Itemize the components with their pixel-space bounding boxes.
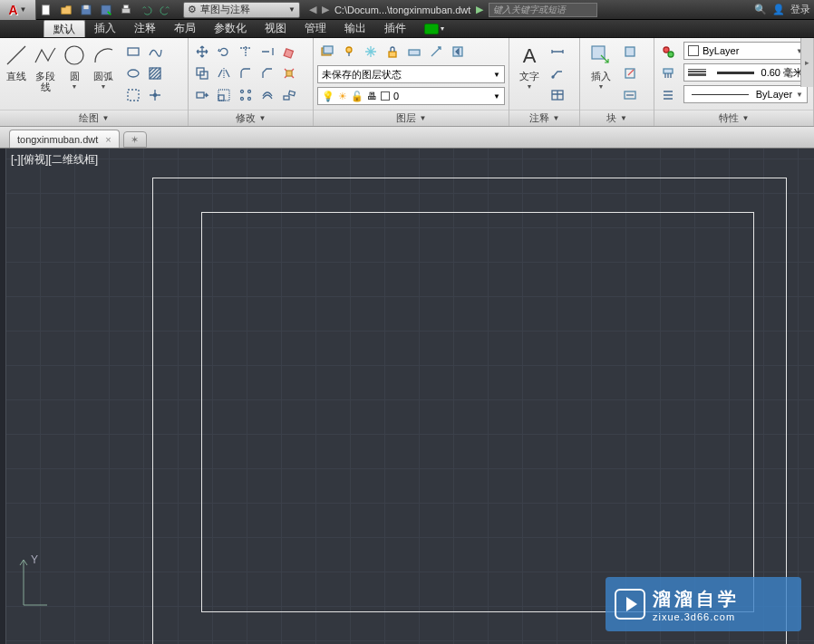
tab-featured[interactable]: ▾	[415, 20, 453, 37]
erase-icon[interactable]	[279, 42, 299, 62]
layer-prev-icon[interactable]	[448, 42, 468, 62]
panel-block-title[interactable]: 块▼	[580, 110, 654, 126]
drawing-area[interactable]: [-][俯视][二维线框] Y 溜溜自学 zixue.3d66.com	[0, 149, 814, 644]
table-icon[interactable]	[548, 85, 567, 105]
edit-attr-icon[interactable]	[620, 85, 640, 105]
match-prop-icon[interactable]	[658, 42, 678, 62]
play-icon	[615, 589, 645, 620]
mirror-icon[interactable]	[214, 63, 234, 83]
qat-save-icon[interactable]	[77, 2, 95, 18]
arc-button[interactable]: 圆弧▼	[89, 40, 118, 91]
color-select[interactable]: ByLayer▼	[683, 42, 808, 60]
svg-point-40	[668, 52, 673, 57]
tab-annotate[interactable]: 注释	[125, 20, 165, 37]
layer-state-select[interactable]: 未保存的图层状态▼	[317, 65, 505, 83]
close-tab-icon[interactable]: ×	[105, 134, 111, 145]
chamfer-icon[interactable]	[257, 63, 277, 83]
document-tab-active[interactable]: tongxinmuban.dwt ×	[9, 130, 120, 148]
svg-rect-11	[128, 90, 139, 101]
circle-button[interactable]: 圆▼	[60, 40, 89, 91]
viewport-controls[interactable]: [-][俯视][二维线框]	[11, 152, 98, 168]
dim-linear-icon[interactable]	[548, 42, 567, 62]
qat-print-icon[interactable]	[117, 2, 135, 18]
rotate-icon[interactable]	[214, 42, 234, 62]
watermark-url: zixue.3d66.com	[653, 611, 740, 622]
user-icon[interactable]: 👤	[772, 4, 785, 15]
layer-prop-icon[interactable]	[317, 42, 337, 62]
search-icon[interactable]: 🔍	[754, 4, 767, 15]
layer-match-icon[interactable]	[426, 42, 446, 62]
workspace-selector[interactable]: ⚙ 草图与注释 ▼	[183, 2, 300, 18]
list-icon[interactable]	[658, 85, 678, 105]
layer-freeze-icon[interactable]	[361, 42, 381, 62]
panel-block: 插入▼ 块▼	[580, 38, 654, 126]
svg-rect-25	[289, 91, 296, 95]
copy-icon[interactable]	[192, 63, 212, 83]
svg-point-20	[241, 91, 244, 93]
svg-point-28	[346, 47, 352, 53]
qat-open-icon[interactable]	[57, 2, 75, 18]
linetype-select[interactable]: ByLayer▼	[683, 85, 808, 103]
tab-insert[interactable]: 插入	[85, 20, 125, 37]
explode-icon[interactable]	[279, 63, 299, 83]
tab-default[interactable]: 默认	[44, 20, 85, 37]
svg-rect-13	[284, 49, 293, 58]
panel-annotation-title[interactable]: 注释▼	[509, 110, 579, 126]
ellipse-icon[interactable]	[123, 63, 143, 83]
nav-back-icon[interactable]: ◀	[309, 4, 316, 15]
text-button[interactable]: A 文字▼	[511, 40, 548, 91]
panel-layer-title[interactable]: 图层▼	[314, 110, 509, 126]
layer-iso-icon[interactable]	[404, 42, 424, 62]
point-icon[interactable]	[145, 85, 165, 105]
move-icon[interactable]	[192, 42, 212, 62]
svg-point-21	[248, 91, 251, 93]
insert-block-button[interactable]: 插入▼	[582, 40, 620, 91]
panel-properties: ByLayer▼ 0.60 毫米 ByLayer▼ ▸ 特性▼	[654, 38, 814, 126]
brush-icon[interactable]	[658, 63, 678, 83]
stretch-icon[interactable]	[192, 85, 212, 105]
ucs-icon[interactable]: Y	[15, 551, 51, 617]
extend-icon[interactable]	[257, 42, 277, 62]
offset-icon[interactable]	[257, 85, 277, 105]
tab-plugins[interactable]: 插件	[375, 20, 415, 37]
region-icon[interactable]	[123, 85, 143, 105]
qat-saveas-icon[interactable]	[97, 2, 115, 18]
panel-properties-title[interactable]: 特性▼	[654, 110, 813, 126]
tab-view[interactable]: 视图	[256, 20, 296, 37]
recent-icon[interactable]: ▶	[476, 4, 483, 15]
panel-modify-title[interactable]: 修改▼	[189, 110, 313, 126]
spline-icon[interactable]	[145, 42, 165, 62]
tab-layout[interactable]: 布局	[165, 20, 205, 37]
nav-fwd-icon[interactable]: ▶	[322, 4, 329, 15]
align-icon[interactable]	[279, 85, 299, 105]
layer-off-icon[interactable]	[339, 42, 359, 62]
app-menu-button[interactable]: A▼	[0, 0, 36, 20]
panel-collapse-icon[interactable]: ▸	[800, 38, 813, 87]
new-document-tab[interactable]: ✶	[123, 131, 147, 148]
panel-annotation: A 文字▼ 注释▼	[509, 38, 580, 126]
layer-current-select[interactable]: 💡 ☀ 🔓 🖶 0 ▼	[317, 87, 505, 105]
qat-redo-icon[interactable]	[157, 2, 175, 18]
panel-draw-title[interactable]: 绘图▼	[0, 110, 188, 126]
qat-undo-icon[interactable]	[137, 2, 155, 18]
trim-icon[interactable]	[236, 42, 256, 62]
layer-lock-icon[interactable]	[383, 42, 402, 62]
array-icon[interactable]	[236, 85, 256, 105]
qat-new-icon[interactable]	[37, 2, 55, 18]
polyline-icon	[32, 42, 59, 69]
login-link[interactable]: 登录	[790, 3, 810, 16]
tab-parametric[interactable]: 参数化	[205, 20, 256, 37]
fillet-icon[interactable]	[236, 63, 256, 83]
lineweight-select[interactable]: 0.60 毫米	[683, 63, 808, 82]
edit-block-icon[interactable]	[620, 63, 640, 83]
hatch-icon[interactable]	[145, 63, 165, 83]
search-input[interactable]: 键入关键字或短语	[489, 3, 597, 17]
tab-manage[interactable]: 管理	[296, 20, 335, 37]
line-button[interactable]: 直线	[2, 40, 31, 83]
create-block-icon[interactable]	[620, 42, 640, 62]
scale-icon[interactable]	[214, 85, 234, 105]
tab-output[interactable]: 输出	[335, 20, 375, 37]
rect-icon[interactable]	[123, 42, 143, 62]
leader-icon[interactable]	[548, 63, 567, 83]
polyline-button[interactable]: 多段线	[31, 40, 60, 94]
